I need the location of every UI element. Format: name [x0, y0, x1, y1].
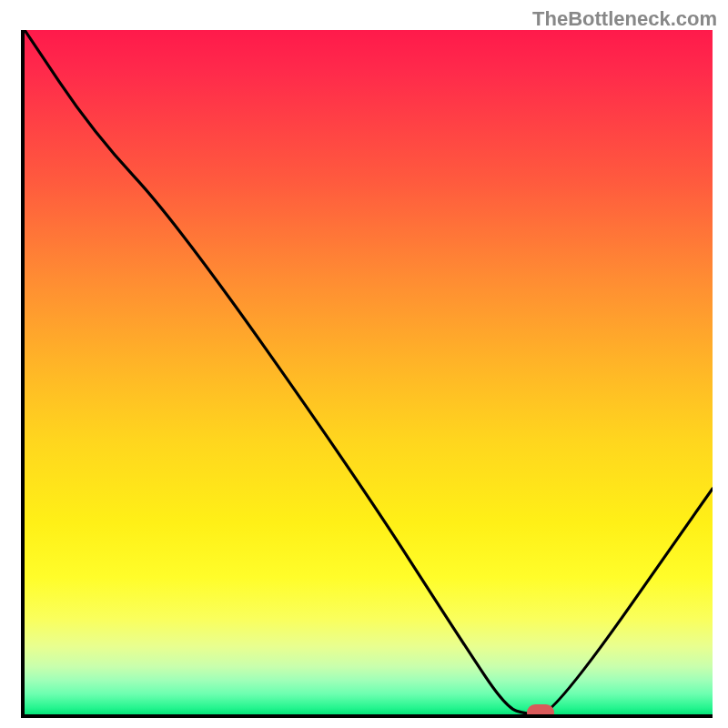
chart-frame [21, 30, 713, 718]
optimal-match-marker [527, 704, 554, 718]
bottleneck-curve [25, 30, 713, 714]
attribution-text: TheBottleneck.com [532, 7, 717, 31]
curve-path [25, 30, 713, 714]
